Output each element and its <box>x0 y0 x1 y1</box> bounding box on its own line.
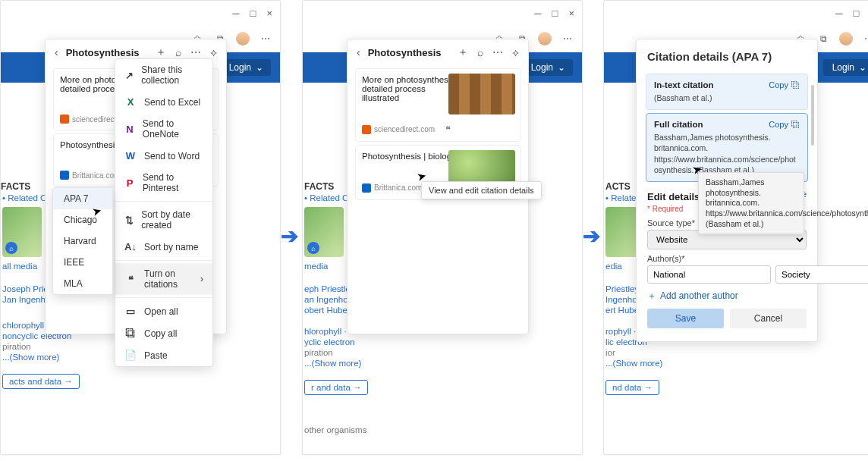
add-icon[interactable]: ＋ <box>154 45 168 59</box>
intext-body: (Bassham et al.) <box>654 93 800 103</box>
style-chicago[interactable]: Chicago <box>53 209 112 230</box>
site-favicon <box>60 114 69 124</box>
author-last-input[interactable] <box>775 265 868 284</box>
excel-icon: X <box>124 96 137 108</box>
authors-label: Author(s)* <box>647 254 807 263</box>
menu-copy-all[interactable]: ⿻Copy all <box>115 322 212 344</box>
add-author-button[interactable]: ＋ Add another author <box>647 290 807 303</box>
login-button[interactable]: Login ⌄ <box>823 59 868 76</box>
search-icon[interactable]: ⌕ <box>476 46 485 58</box>
toolbar-more-icon[interactable]: ⋯ <box>862 33 868 44</box>
copy-icon: ⿻ <box>791 120 800 129</box>
close-button[interactable]: × <box>568 8 574 19</box>
menu-send-pinterest[interactable]: PSend to Pinterest <box>115 167 212 199</box>
sort-icon: ⇅ <box>124 215 134 226</box>
toolbar-more-icon[interactable]: ⋯ <box>561 33 574 44</box>
card-source: sciencedirect.com <box>374 125 435 133</box>
zoom-icon[interactable]: ⌕ <box>5 242 17 254</box>
copy-icon: ⿻ <box>791 80 800 89</box>
menu-paste[interactable]: 📄Paste <box>115 344 212 366</box>
cta-facts-data[interactable]: r and data → <box>304 380 368 395</box>
intext-label: In-text citation <box>654 80 714 89</box>
profile-avatar[interactable] <box>538 32 552 45</box>
cta-facts-data[interactable]: acts and data → <box>2 374 80 389</box>
style-mla[interactable]: MLA <box>53 273 112 294</box>
flow-arrow-icon: ➔ <box>281 224 298 249</box>
style-apa7[interactable]: APA 7 <box>53 188 112 209</box>
search-icon[interactable]: ⌕ <box>174 46 183 58</box>
panel-more-icon[interactable]: ⋯ <box>491 46 505 58</box>
article-image: ⌕ <box>304 207 344 257</box>
copy-full-button[interactable]: Copy ⿻ <box>769 120 800 129</box>
card-title: More on photosynthesis - detailed proces… <box>362 75 461 102</box>
toolbar-more-icon[interactable]: ⋯ <box>259 33 272 44</box>
style-ieee[interactable]: IEEE <box>53 252 112 273</box>
chevron-down-icon: ⌄ <box>558 62 565 73</box>
quote-icon: ❝ <box>124 274 137 285</box>
paste-icon: 📄 <box>124 350 137 361</box>
cta-facts-data[interactable]: nd data → <box>605 380 659 395</box>
chevron-down-icon: ⌄ <box>859 62 866 73</box>
cancel-button[interactable]: Cancel <box>730 309 807 328</box>
menu-send-word[interactable]: WSend to Word <box>115 145 212 167</box>
citation-tooltip: View and edit citation details <box>421 181 542 199</box>
maximize-button[interactable]: □ <box>250 8 256 19</box>
menu-share[interactable]: ↗Share this collection <box>115 59 212 91</box>
citation-icon[interactable]: ❝ <box>445 124 451 135</box>
pin-icon[interactable]: ⟡ <box>511 46 520 59</box>
close-button[interactable]: × <box>266 8 272 19</box>
add-icon[interactable]: ＋ <box>456 45 470 59</box>
word-icon: W <box>124 150 137 162</box>
copy-intext-button[interactable]: Copy ⿻ <box>769 80 800 89</box>
sort-az-icon: A↓ <box>124 241 137 252</box>
link-electron[interactable]: yclic electron <box>304 337 574 347</box>
plus-icon: ＋ <box>647 290 656 303</box>
save-button[interactable]: Save <box>647 309 724 328</box>
author-first-input[interactable] <box>647 265 771 284</box>
profile-avatar[interactable] <box>839 32 853 45</box>
intext-citation-box: In-text citation Copy ⿻ (Bassham et al.) <box>646 74 808 110</box>
text-ior: ior...(Show more) <box>605 348 868 368</box>
login-label: Login <box>832 62 854 73</box>
menu-turn-on-citations[interactable]: ❝Turn on citations› <box>115 263 212 295</box>
share-icon: ↗ <box>124 70 134 81</box>
menu-open-all[interactable]: ▭Open all <box>115 300 212 322</box>
text-piration: piration...(Show more) <box>304 348 574 368</box>
full-label: Full citation <box>654 120 703 129</box>
full-body: Bassham,James photosynthesis. britannica… <box>654 132 800 175</box>
card-source: Brittanica.com <box>72 171 120 180</box>
maximize-button[interactable]: □ <box>854 8 860 19</box>
menu-sort-date[interactable]: ⇅Sort by date created <box>115 204 212 236</box>
collections-overflow-menu: ↗Share this collection XSend to Excel NS… <box>115 58 213 367</box>
site-favicon <box>362 183 371 193</box>
site-favicon <box>60 171 69 180</box>
window-title-bar: ─ □ × <box>1 1 280 25</box>
article-image: ⌕ <box>2 207 42 257</box>
panel-more-icon[interactable]: ⋯ <box>189 46 203 58</box>
back-icon[interactable]: ‹ <box>355 46 362 58</box>
scrollbar[interactable] <box>811 85 814 146</box>
collections-icon[interactable]: ⧉ <box>816 33 830 44</box>
pin-icon[interactable]: ⟡ <box>209 46 219 59</box>
flow-arrow-icon: ➔ <box>583 224 600 249</box>
menu-send-excel[interactable]: XSend to Excel <box>115 91 212 113</box>
maximize-button[interactable]: □ <box>552 8 558 19</box>
citation-panel-title: Citation details (APA 7) <box>637 39 817 71</box>
chevron-right-icon: › <box>200 274 203 284</box>
site-favicon <box>362 125 371 134</box>
style-harvard[interactable]: Harvard <box>53 230 112 252</box>
collection-title: Photosynthesis <box>368 47 450 58</box>
open-icon: ▭ <box>124 306 137 317</box>
zoom-icon[interactable]: ⌕ <box>307 242 319 254</box>
card-source: Brittanica.com <box>374 183 422 192</box>
login-button[interactable]: Login ⌄ <box>220 59 271 76</box>
menu-send-onenote[interactable]: NSend to OneNote <box>115 113 212 145</box>
minimize-button[interactable]: ─ <box>534 8 541 19</box>
collection-card[interactable]: More on photosynthesis - detailed proces… <box>355 68 520 142</box>
back-icon[interactable]: ‹ <box>53 46 60 58</box>
minimize-button[interactable]: ─ <box>232 8 239 19</box>
minimize-button[interactable]: ─ <box>835 8 842 19</box>
login-button[interactable]: Login ⌄ <box>522 59 573 76</box>
profile-avatar[interactable] <box>236 32 250 45</box>
menu-sort-name[interactable]: A↓Sort by name <box>115 236 212 258</box>
